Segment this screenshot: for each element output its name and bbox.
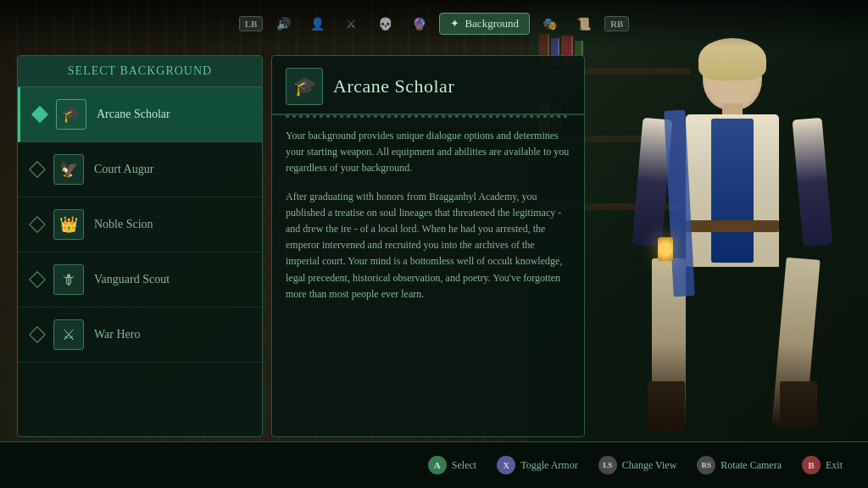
nav-audio[interactable]: 🔊: [270, 10, 297, 37]
nav-arcane[interactable]: 🔮: [405, 10, 432, 37]
select-label: Select: [452, 459, 476, 472]
nav-combat[interactable]: ⚔: [337, 10, 364, 37]
ls-button: LS: [598, 456, 617, 474]
background-detail-panel: 🎓 Arcane Scholar Your background provide…: [271, 55, 585, 437]
rs-button: RS: [697, 456, 715, 474]
detail-icon: 🎓: [286, 68, 323, 105]
vanguard-scout-icon: 🗡: [53, 264, 84, 295]
nav-social[interactable]: 🎭: [537, 10, 564, 37]
arcane-scholar-icon: 🎓: [56, 99, 86, 130]
toggle-armor-label: Toggle Armor: [520, 459, 577, 472]
list-item[interactable]: ⚔ War Hero: [18, 308, 262, 363]
vanguard-scout-label: Vanguard Scout: [94, 273, 170, 286]
detail-intro: Your background provides unique dialogue…: [286, 128, 570, 177]
court-augur-icon: 🦅: [53, 154, 84, 185]
background-list: 🎓 Arcane Scholar 🦅 Court Augur 👑 Noble S…: [18, 87, 262, 363]
lantern: [658, 237, 673, 261]
nav-background-active[interactable]: ✦ Background: [439, 13, 530, 35]
noble-scion-label: Noble Scion: [94, 218, 153, 231]
a-button: A: [428, 456, 447, 474]
select-action[interactable]: A Select: [428, 456, 476, 474]
selected-indicator: [31, 106, 48, 123]
exit-label: Exit: [826, 459, 843, 472]
rotate-camera-action[interactable]: RS Rotate Camera: [697, 456, 782, 474]
detail-description: After graduating with honors from Bragga…: [286, 189, 570, 302]
bottom-action-bar: A Select X Toggle Armor LS Change View R…: [0, 441, 868, 488]
lb-button[interactable]: LB: [239, 16, 264, 31]
background-list-panel: Select Background 🎓 Arcane Scholar 🦅 Cou…: [17, 55, 263, 437]
detail-header: 🎓 Arcane Scholar: [272, 56, 584, 115]
nav-magic[interactable]: 💀: [371, 10, 398, 37]
list-item[interactable]: 🦅 Court Augur: [18, 142, 262, 197]
diamond-icon: [29, 271, 46, 288]
detail-content: Your background provides unique dialogue…: [272, 128, 584, 437]
list-item[interactable]: 👑 Noble Scion: [18, 197, 262, 252]
nav-lore[interactable]: 📜: [570, 10, 598, 37]
nav-background-label: Background: [465, 17, 519, 30]
diamond-icon: [29, 161, 46, 178]
diamond-icon: [29, 326, 46, 343]
header-divider: [286, 115, 570, 118]
toggle-armor-action[interactable]: X Toggle Armor: [497, 456, 577, 474]
court-augur-label: Court Augur: [94, 163, 153, 176]
noble-scion-icon: 👑: [53, 209, 84, 240]
exit-action[interactable]: B Exit: [802, 456, 843, 474]
war-hero-label: War Hero: [94, 328, 140, 341]
panel-header: Select Background: [18, 56, 262, 87]
war-hero-icon: ⚔: [53, 319, 84, 350]
b-button: B: [802, 456, 821, 474]
rb-button[interactable]: RB: [604, 16, 629, 31]
nav-character[interactable]: 👤: [303, 10, 331, 37]
diamond-icon: [29, 216, 46, 233]
change-view-action[interactable]: LS Change View: [598, 456, 677, 474]
list-item[interactable]: 🗡 Vanguard Scout: [18, 252, 262, 308]
change-view-label: Change View: [622, 459, 677, 472]
x-button: X: [497, 456, 515, 474]
background-icon: ✦: [450, 17, 459, 30]
rotate-camera-label: Rotate Camera: [721, 459, 782, 472]
detail-title: Arcane Scholar: [333, 75, 454, 97]
arcane-scholar-label: Arcane Scholar: [97, 108, 170, 121]
top-nav: LB 🔊 👤 ⚔ 💀 🔮 ✦ Background 🎭 📜 RB: [0, 0, 868, 47]
list-item[interactable]: 🎓 Arcane Scholar: [18, 87, 262, 142]
